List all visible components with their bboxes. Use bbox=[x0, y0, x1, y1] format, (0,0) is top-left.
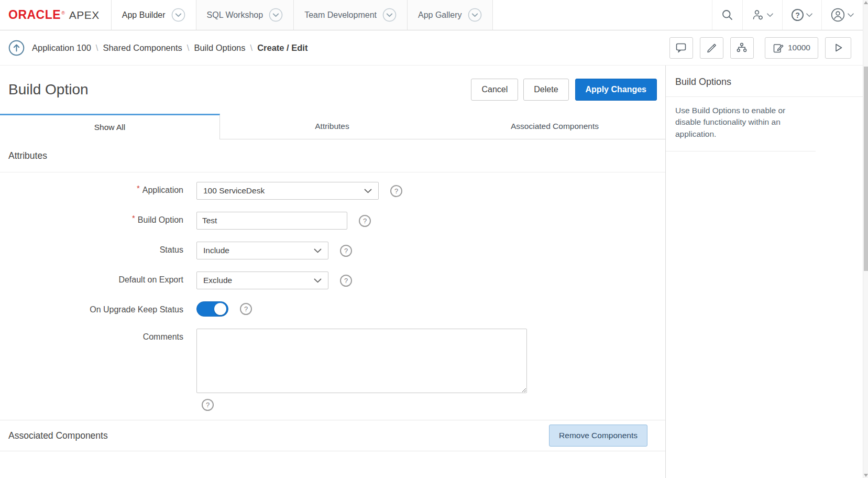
application-label: *Application bbox=[0, 182, 183, 200]
region-tabs: Show All Attributes Associated Component… bbox=[0, 114, 665, 139]
tab-attributes[interactable]: Attributes bbox=[220, 114, 444, 139]
nav-utility-buttons: ? bbox=[712, 0, 863, 30]
required-marker: * bbox=[137, 183, 140, 192]
form-row-status: Status Include ? bbox=[0, 242, 665, 259]
scrollbar-thumb[interactable] bbox=[864, 67, 868, 271]
navigate-up-button[interactable] bbox=[8, 40, 25, 56]
attributes-form: *Application 100 ServiceDesk ? *Build Op… bbox=[0, 172, 665, 411]
account-menu-button[interactable] bbox=[821, 0, 863, 30]
nav-tab-label: App Gallery bbox=[418, 10, 462, 20]
chevron-down-circle-icon[interactable] bbox=[171, 8, 185, 22]
search-button[interactable] bbox=[712, 0, 742, 30]
default-on-export-label: Default on Export bbox=[0, 271, 183, 289]
on-upgrade-keep-status-help-icon[interactable]: ? bbox=[240, 303, 252, 315]
main-nav-tabs: App Builder SQL Workshop Team Developmen… bbox=[111, 0, 493, 30]
user-account-icon bbox=[831, 8, 845, 22]
on-upgrade-keep-status-label: On Upgrade Keep Status bbox=[0, 301, 183, 317]
comments-label: Comments bbox=[0, 329, 183, 393]
status-select-value: Include bbox=[203, 246, 229, 255]
breadcrumb: Application 100 \ Shared Components \ Bu… bbox=[32, 43, 307, 53]
apply-changes-button[interactable]: Apply Changes bbox=[575, 79, 657, 101]
chevron-down-icon bbox=[314, 248, 322, 253]
default-on-export-help-icon[interactable]: ? bbox=[340, 275, 352, 287]
page-toolbar: 10000 bbox=[669, 37, 854, 59]
nav-tab-label: Team Development bbox=[304, 10, 377, 20]
default-on-export-select[interactable]: Exclude bbox=[196, 271, 328, 289]
form-row-on-upgrade-keep-status: On Upgrade Keep Status ? bbox=[0, 301, 665, 317]
breadcrumb-bar: Application 100 \ Shared Components \ Bu… bbox=[0, 30, 863, 66]
registered-mark: ® bbox=[61, 10, 65, 16]
breadcrumb-application[interactable]: Application 100 bbox=[32, 43, 91, 53]
nav-tab-label: SQL Workshop bbox=[207, 10, 263, 20]
form-row-comments: Comments bbox=[0, 329, 665, 393]
application-select[interactable]: 100 ServiceDesk bbox=[196, 182, 379, 200]
nav-tab-sql-workshop[interactable]: SQL Workshop bbox=[196, 0, 294, 30]
edit-page-button[interactable]: 10000 bbox=[765, 37, 818, 59]
attributes-section-header: Attributes bbox=[0, 139, 665, 172]
breadcrumb-build-options[interactable]: Build Options bbox=[194, 43, 245, 53]
nav-tab-team-development[interactable]: Team Development bbox=[293, 0, 407, 30]
status-help-icon[interactable]: ? bbox=[340, 245, 352, 257]
tab-associated-components[interactable]: Associated Components bbox=[444, 114, 665, 139]
attributes-section-title: Attributes bbox=[8, 150, 47, 161]
chevron-down-icon bbox=[848, 13, 854, 17]
delete-button[interactable]: Delete bbox=[523, 79, 568, 101]
quick-edit-button[interactable] bbox=[700, 37, 723, 59]
chevron-down-circle-icon[interactable] bbox=[382, 8, 397, 22]
form-row-application: *Application 100 ServiceDesk ? bbox=[0, 182, 665, 200]
edit-pen-icon bbox=[706, 42, 717, 53]
toggle-knob bbox=[214, 303, 226, 315]
form-row-build-option: *Build Option ? bbox=[0, 212, 665, 230]
chevron-down-circle-icon[interactable] bbox=[468, 8, 482, 22]
scrollbar-up-arrow-icon[interactable] bbox=[864, 1, 868, 4]
main-region: Build Option Cancel Delete Apply Changes… bbox=[0, 66, 666, 478]
vertical-scrollbar[interactable] bbox=[863, 0, 868, 478]
status-label: Status bbox=[0, 242, 183, 259]
breadcrumb-separator: \ bbox=[250, 43, 253, 53]
chevron-down-icon bbox=[806, 13, 812, 17]
cancel-button[interactable]: Cancel bbox=[471, 79, 518, 101]
oracle-apex-logo[interactable]: ORACLE ® APEX bbox=[0, 0, 111, 30]
administration-menu-button[interactable] bbox=[742, 0, 782, 30]
help-question-icon: ? bbox=[792, 9, 804, 21]
page-header: Build Option Cancel Delete Apply Changes bbox=[0, 66, 665, 114]
comment-bubble-icon bbox=[675, 42, 687, 53]
default-on-export-select-value: Exclude bbox=[203, 276, 232, 285]
associated-components-title: Associated Components bbox=[8, 430, 108, 441]
content-area: Build Option Cancel Delete Apply Changes… bbox=[0, 66, 863, 478]
form-row-default-on-export: Default on Export Exclude ? bbox=[0, 271, 665, 289]
shortcuts-button[interactable] bbox=[730, 37, 754, 59]
breadcrumb-current-page: Create / Edit bbox=[257, 43, 307, 53]
associated-components-section-header: Associated Components Remove Components bbox=[0, 420, 665, 451]
application-help-icon[interactable]: ? bbox=[390, 185, 402, 197]
chevron-down-circle-icon[interactable] bbox=[269, 8, 283, 22]
build-option-label: *Build Option bbox=[0, 212, 183, 230]
help-menu-button[interactable]: ? bbox=[782, 0, 821, 30]
top-navigation-bar: ORACLE ® APEX App Builder SQL Workshop T… bbox=[0, 0, 863, 30]
sidebar-help-text: Use Build Options to enable or disable f… bbox=[666, 97, 816, 151]
build-option-input[interactable] bbox=[196, 212, 347, 230]
nav-tab-app-gallery[interactable]: App Gallery bbox=[407, 0, 493, 30]
apex-wordmark: APEX bbox=[69, 9, 100, 21]
page-title: Build Option bbox=[8, 81, 89, 98]
status-select[interactable]: Include bbox=[196, 242, 328, 259]
remove-components-button[interactable]: Remove Components bbox=[549, 425, 647, 447]
build-option-help-icon[interactable]: ? bbox=[359, 215, 371, 227]
oracle-wordmark: ORACLE bbox=[8, 8, 61, 22]
play-icon bbox=[833, 42, 843, 53]
help-sidebar: Build Options Use Build Options to enabl… bbox=[666, 66, 863, 478]
nav-tab-app-builder[interactable]: App Builder bbox=[111, 0, 196, 30]
search-icon bbox=[721, 9, 733, 21]
on-upgrade-keep-status-toggle[interactable] bbox=[196, 301, 228, 317]
breadcrumb-shared-components[interactable]: Shared Components bbox=[103, 43, 182, 53]
page-action-buttons: Cancel Delete Apply Changes bbox=[471, 79, 657, 101]
run-application-button[interactable] bbox=[825, 37, 851, 59]
sidebar-title: Build Options bbox=[666, 66, 863, 97]
chevron-down-icon bbox=[767, 13, 773, 17]
tab-show-all[interactable]: Show All bbox=[0, 114, 220, 139]
feedback-button[interactable] bbox=[669, 37, 693, 59]
hierarchy-icon bbox=[736, 42, 748, 53]
scrollbar-down-arrow-icon[interactable] bbox=[864, 474, 868, 477]
comments-help-icon[interactable]: ? bbox=[202, 399, 214, 411]
comments-textarea[interactable] bbox=[196, 329, 527, 393]
